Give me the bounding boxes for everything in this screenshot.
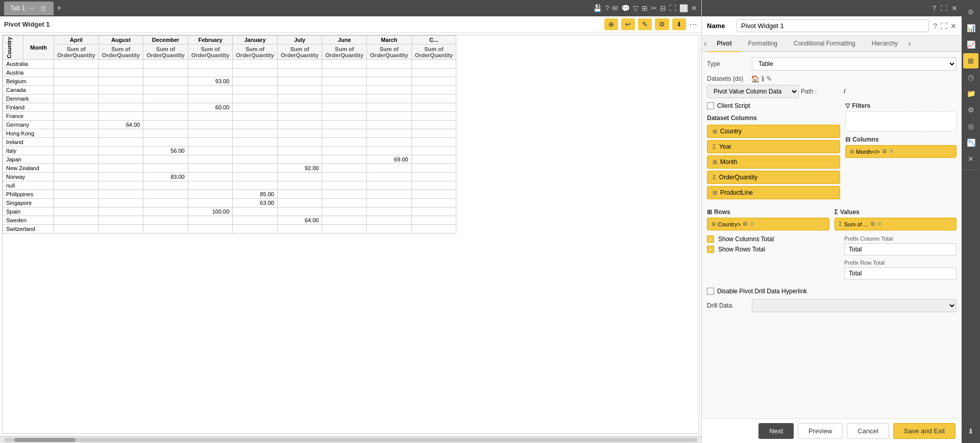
tab-nav-next[interactable]: › [906, 36, 913, 51]
settings-button[interactable]: ⚙ [655, 18, 669, 30]
ds-col-year[interactable]: Σ Year [707, 140, 840, 153]
mail-icon[interactable]: ✉ [612, 4, 618, 12]
prefix-row-input[interactable] [844, 267, 957, 279]
december-sub: Sum ofOrderQuantity [143, 44, 188, 60]
name-help-icon[interactable]: ? [933, 22, 937, 30]
value-cell [54, 173, 99, 181]
tab-settings-icon[interactable]: ✂ [28, 4, 36, 13]
prefix-column-input[interactable] [844, 243, 957, 255]
value-cell [233, 121, 278, 129]
value-cell [367, 129, 412, 138]
preview-button[interactable]: Preview [798, 423, 843, 439]
window-icon-top[interactable]: ⬜ [679, 4, 688, 12]
values-sumof-del[interactable]: ✕ [877, 221, 882, 227]
icon-bar-ban[interactable]: ⊘ [963, 4, 978, 19]
name-resize-icon[interactable]: ⛶ [940, 22, 947, 30]
icon-bar-x[interactable]: ✕ [963, 151, 978, 167]
icon-bar-areachart[interactable]: 📉 [963, 135, 978, 150]
tab-formatting[interactable]: Formatting [740, 36, 786, 52]
ds-col-country[interactable]: ⊞ Country [707, 125, 840, 138]
show-rows-total-checkbox[interactable] [707, 246, 714, 253]
value-cell [54, 164, 99, 173]
client-script-checkbox[interactable] [707, 102, 714, 109]
june-sub: Sum ofOrderQuantity [322, 44, 367, 60]
cut-icon-top[interactable]: ✂ [651, 4, 657, 12]
close-icon-top[interactable]: ✕ [691, 4, 697, 12]
icon-bar-circle[interactable]: ◎ [963, 119, 978, 134]
ds-col-month[interactable]: ⊞ Month [707, 155, 840, 169]
tab-hierarchy[interactable]: Hierarchy [864, 36, 906, 52]
value-cell [367, 181, 412, 190]
scrollbar-track [4, 438, 697, 442]
more-button[interactable]: ⋯ [689, 19, 697, 29]
tab-1[interactable]: Tab 1 ✂ 🗑 [4, 2, 54, 15]
columns-month-gear[interactable]: ⚙ [882, 148, 887, 155]
filter-icon-top[interactable]: ▽ [633, 4, 639, 12]
ds-home-icon[interactable]: 🏠 [751, 75, 760, 83]
right-close-icon[interactable]: ✕ [951, 4, 958, 12]
show-columns-total-checkbox[interactable] [707, 236, 714, 243]
ds-col-orderqty[interactable]: Σ OrderQuantity [707, 171, 840, 184]
ds-col-productline[interactable]: ⊞ ProductLine [707, 186, 840, 199]
drill-data-select[interactable] [752, 299, 957, 312]
pivot-table-container[interactable]: Country Month April August December Febr… [2, 35, 699, 434]
right-help-icon[interactable]: ? [932, 4, 936, 12]
type-select[interactable]: Table [752, 57, 957, 71]
columns-month-del[interactable]: ✕ [889, 148, 894, 155]
expand-icon-top[interactable]: ⛶ [669, 4, 676, 12]
april-header: April [54, 36, 99, 44]
tab-conditional-formatting[interactable]: Conditional Formatting [786, 36, 864, 52]
save-exit-button[interactable]: Save and Exit [893, 423, 955, 439]
columns-month-item[interactable]: ⊞ Month</> ⚙ ✕ [845, 145, 957, 158]
icon-bar-settings[interactable]: ⚙ [963, 102, 978, 118]
comment-icon[interactable]: 💬 [621, 4, 630, 12]
table-row: France [3, 112, 456, 121]
extra-cell [411, 77, 456, 86]
name-input[interactable] [737, 19, 929, 32]
tab-delete-icon[interactable]: 🗑 [39, 4, 47, 13]
value-cell [233, 147, 278, 155]
cancel-button[interactable]: Cancel [847, 423, 889, 439]
rows-grid-icon: ⊞ [707, 208, 712, 216]
icon-bar-clock[interactable]: ◷ [963, 69, 978, 85]
edit-button[interactable]: ✎ [638, 18, 652, 30]
right-resize-icon[interactable]: ⛶ [940, 4, 947, 12]
download-button[interactable]: ⬇ [672, 18, 686, 30]
tab-nav-prev[interactable]: ‹ [702, 36, 708, 51]
rows-country-item[interactable]: ⊞ Country> ⚙ ✕ [707, 218, 829, 230]
horizontal-scrollbar[interactable] [0, 436, 701, 443]
add-tab-button[interactable]: + [57, 4, 61, 13]
rows-country-gear[interactable]: ⚙ [743, 221, 748, 227]
value-cell [188, 60, 233, 68]
table-row: Ireland [3, 138, 456, 147]
undo-button[interactable]: ↩ [621, 18, 635, 30]
show-rows-total-row: Show Rows Total [707, 246, 839, 253]
move-button[interactable]: ⊕ [604, 18, 618, 30]
help-icon[interactable]: ? [605, 4, 609, 12]
values-sumof-gear[interactable]: ⚙ [870, 221, 875, 227]
icon-bar-linechart[interactable]: 📈 [963, 37, 978, 52]
path-select[interactable]: Pivot Value Column Data [707, 85, 799, 98]
rows-country-label: Country> [718, 221, 741, 227]
save-icon[interactable]: 💾 [593, 4, 602, 12]
icon-bar-table[interactable]: ⊞ [963, 53, 978, 68]
disable-pivot-checkbox[interactable] [707, 288, 714, 295]
icon-bar-folder[interactable]: 📁 [963, 86, 978, 101]
values-sumof-item[interactable]: Σ Sum of ... ⚙ ✕ [835, 218, 957, 230]
tab-pivot[interactable]: Pivot [708, 36, 740, 52]
value-cell [277, 68, 322, 77]
name-close-icon[interactable]: ✕ [950, 22, 957, 30]
value-cell [277, 225, 322, 234]
ds-info-icon[interactable]: ℹ [762, 75, 764, 83]
value-cell [99, 147, 143, 155]
rows-country-del[interactable]: ✕ [750, 221, 754, 227]
icon-bar-barchart[interactable]: 📊 [963, 20, 978, 36]
next-button[interactable]: Next [758, 423, 794, 439]
value-cell [188, 112, 233, 121]
country-cell: Japan [3, 155, 54, 164]
icon-bar-download[interactable]: ⬇ [963, 424, 978, 439]
table-icon-top[interactable]: ⊞ [642, 4, 648, 12]
grid-icon-top[interactable]: ⊟ [660, 4, 666, 12]
filters-drop-area[interactable] [845, 111, 957, 132]
ds-edit-icon[interactable]: ✎ [766, 75, 772, 83]
